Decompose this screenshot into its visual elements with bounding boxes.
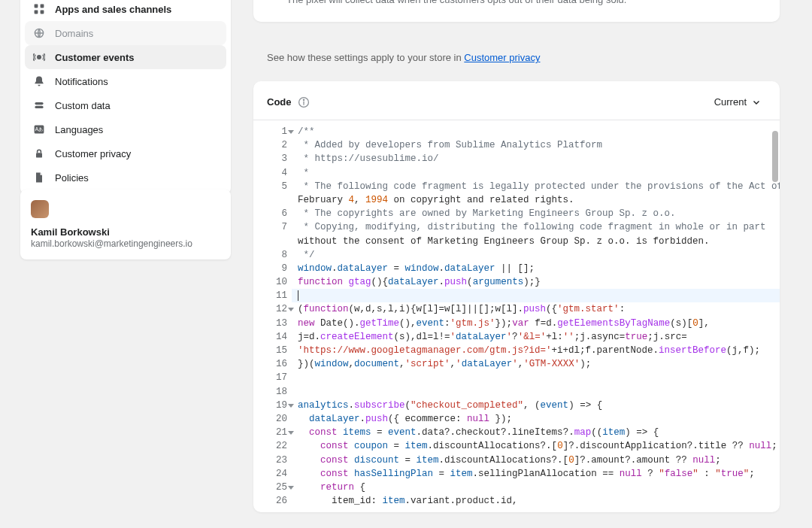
code-title: Code (267, 96, 292, 108)
scrollbar[interactable] (772, 131, 778, 182)
svg-rect-10 (36, 153, 42, 157)
pixel-info-card: The pixel will collect data when the cus… (253, 0, 780, 22)
sidebar-item-languages[interactable]: Aあ Languages (25, 117, 226, 141)
svg-rect-7 (35, 106, 43, 108)
svg-rect-3 (41, 11, 44, 14)
events-icon (32, 50, 46, 64)
sidebar-item-label: Notifications (55, 76, 108, 87)
user-card[interactable]: Kamil Borkowski kamil.borkowski@marketin… (20, 190, 231, 259)
sidebar-item-privacy[interactable]: Customer privacy (25, 141, 226, 165)
sidebar-item-label: Apps and sales channels (55, 4, 171, 15)
settings-sidebar: Apps and sales channels Domains Customer… (20, 0, 231, 194)
svg-rect-0 (35, 5, 38, 8)
code-header: Code Current (253, 81, 780, 120)
customer-privacy-link[interactable]: Customer privacy (464, 52, 540, 63)
sidebar-item-custom-data[interactable]: Custom data (25, 93, 226, 117)
chevron-down-icon (751, 97, 762, 108)
code-lines[interactable]: /** * Added by developers from Sublime A… (292, 120, 780, 512)
sidebar-item-policies[interactable]: Policies (25, 165, 226, 190)
code-editor[interactable]: 12345 67 891011 12131415161718 192021222… (253, 120, 780, 512)
settings-note-text: See how these settings apply to your sto… (267, 52, 464, 63)
sidebar-item-label: Languages (55, 124, 103, 135)
svg-rect-6 (35, 102, 43, 105)
sidebar-item-label: Customer privacy (55, 148, 131, 159)
sidebar-item-label: Customer events (55, 52, 134, 63)
main: The pixel will collect data when the cus… (253, 0, 780, 512)
svg-text:Aあ: Aあ (35, 126, 43, 132)
sidebar-item-label: Custom data (55, 100, 111, 111)
info-icon[interactable] (298, 96, 310, 108)
user-name: Kamil Borkowski (31, 226, 220, 238)
code-version-dropdown[interactable]: Current (710, 93, 766, 111)
pixel-info-text: The pixel will collect data when the cus… (286, 0, 747, 5)
sidebar-item-notifications[interactable]: Notifications (25, 69, 226, 93)
user-email: kamil.borkowski@marketingengineers.io (31, 238, 220, 249)
avatar (31, 200, 49, 218)
settings-note: See how these settings apply to your sto… (253, 34, 780, 81)
bell-icon (32, 74, 46, 88)
dropdown-value: Current (714, 96, 747, 108)
sidebar-item-label: Policies (55, 172, 89, 184)
globe-icon (32, 26, 46, 40)
lock-icon (32, 147, 46, 160)
sidebar-item-domains: Domains (25, 21, 226, 45)
svg-point-13 (303, 99, 304, 100)
sidebar-item-customer-events[interactable]: Customer events (25, 45, 226, 69)
apps-icon (32, 2, 46, 16)
svg-point-5 (38, 56, 41, 59)
gutter: 12345 67 891011 12131415161718 192021222… (253, 120, 292, 512)
data-icon (32, 99, 46, 112)
code-card: Code Current 12345 67 891011 12131415161… (253, 81, 780, 512)
svg-rect-2 (35, 11, 38, 14)
lang-icon: Aあ (32, 123, 46, 136)
svg-rect-1 (41, 5, 44, 8)
sidebar-item-label: Domains (55, 28, 93, 39)
policies-icon (32, 171, 46, 184)
sidebar-item-apps[interactable]: Apps and sales channels (25, 0, 226, 21)
